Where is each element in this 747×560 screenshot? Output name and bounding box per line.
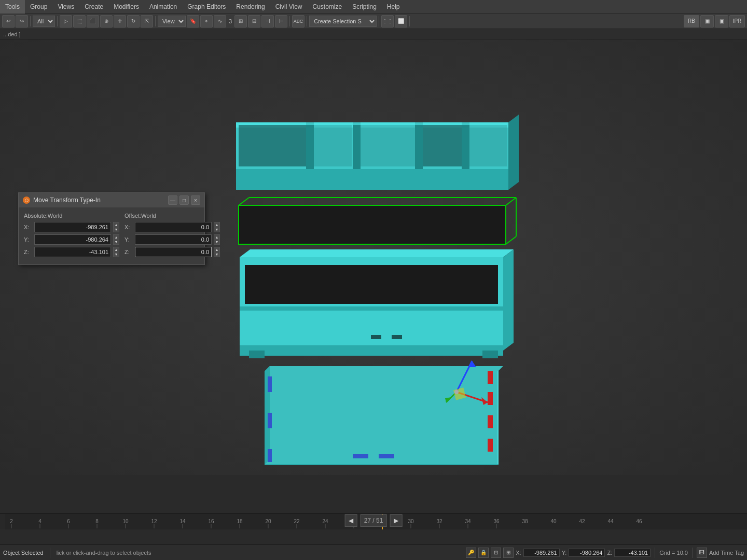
menu-group[interactable]: Group (25, 0, 52, 13)
status-bar: Object Selected lick or click-and-drag t… (0, 544, 747, 560)
rotate-button[interactable]: ↻ (127, 15, 140, 27)
svg-marker-13 (314, 125, 352, 166)
svg-marker-12 (239, 125, 306, 166)
extra-btn2[interactable]: ▣ (715, 15, 728, 27)
svg-marker-15 (423, 125, 462, 166)
menu-tools[interactable]: Tools (0, 0, 25, 13)
z-abs-input[interactable] (34, 247, 111, 257)
x-coord-label: X: (516, 550, 521, 556)
svg-point-55 (454, 390, 459, 394)
playback-controls-overlay: ◀ 27 / 51 ▶ (0, 513, 747, 529)
x-off-row: X: ▲ ▼ (125, 222, 220, 232)
key-frame-button[interactable]: ⊞ (234, 15, 247, 27)
z-off-input[interactable] (135, 247, 212, 257)
move-button[interactable]: ✛ (114, 15, 126, 27)
shelf-top-group (236, 115, 519, 190)
menu-customize[interactable]: Customize (307, 0, 347, 13)
x-off-input[interactable] (135, 222, 212, 232)
z-off-label: Z: (125, 249, 133, 255)
svg-rect-32 (371, 335, 381, 339)
z-abs-spinner[interactable]: ▲ ▼ (113, 247, 119, 257)
extra-btn1[interactable]: ▣ (700, 15, 714, 27)
window-crossing-button[interactable]: ⬛ (87, 15, 99, 27)
dialog-minimize-button[interactable]: — (168, 195, 177, 205)
view-select[interactable]: View (158, 16, 186, 27)
svg-marker-29 (240, 345, 503, 356)
svg-marker-2 (508, 115, 519, 190)
status-top: ...ded ] (0, 29, 747, 39)
mirror-button[interactable]: ⊣ (261, 15, 274, 27)
select-button[interactable]: ▷ (60, 15, 72, 27)
menu-graph-editors[interactable]: Graph Editors (182, 0, 231, 13)
frame-count-label: 3 (227, 18, 233, 24)
redo-button[interactable]: ↪ (16, 15, 28, 27)
layer-select[interactable]: All (33, 16, 55, 27)
menu-create[interactable]: Create (79, 0, 108, 13)
viewport[interactable]: ⬡ Move Transform Type-In — □ × Absolute:… (0, 39, 747, 475)
dialog-close-button[interactable]: × (191, 195, 200, 205)
y-abs-spinner[interactable]: ▲ ▼ (113, 234, 119, 245)
frame-icon-button[interactable]: 🎞 (697, 548, 707, 558)
offset-world-section: Offset:World X: ▲ ▼ Y: ▲ ▼ (125, 213, 220, 259)
select-region-button[interactable]: ⬚ (73, 15, 86, 27)
z-abs-row: Z: ▲ ▼ (24, 247, 119, 257)
y-coord-value[interactable]: -980.264 (569, 549, 605, 557)
svg-rect-44 (488, 415, 493, 428)
y-off-input[interactable] (135, 234, 212, 245)
selection-lock-button[interactable]: ⊡ (491, 548, 501, 558)
x-abs-input[interactable] (34, 222, 111, 232)
curve-editor-button[interactable]: ⋮⋮ (381, 15, 394, 27)
z-off-spinner[interactable]: ▲ ▼ (214, 247, 220, 257)
extra-btn3[interactable]: IPR (729, 15, 745, 27)
svg-marker-6 (462, 125, 469, 169)
named-sel-select[interactable]: Create Selection S (309, 16, 377, 27)
y-off-spinner[interactable]: ▲ ▼ (214, 234, 220, 245)
svg-marker-4 (353, 125, 361, 169)
percent-snap-button[interactable]: ∿ (214, 15, 226, 27)
menu-views[interactable]: Views (52, 0, 79, 13)
svg-rect-40 (353, 454, 368, 458)
menu-help[interactable]: Help (382, 0, 405, 13)
object-status-section: Object Selected (3, 550, 44, 556)
key-filter-button[interactable]: 🔑 (466, 548, 476, 558)
x-abs-spinner[interactable]: ▲ ▼ (113, 222, 119, 232)
svg-marker-26 (503, 249, 514, 351)
absolute-world-section: Absolute:World X: ▲ ▼ Y: ▲ ▼ (24, 213, 119, 259)
angle-snap-button[interactable]: ⌖ (200, 15, 213, 27)
y-abs-row: Y: ▲ ▼ (24, 234, 119, 245)
add-time-tag-label[interactable]: Add Time Tag (709, 550, 744, 556)
align-button[interactable]: ⊢ (275, 15, 287, 27)
z-coord-value[interactable]: -43.101 (614, 549, 651, 557)
next-frame-button[interactable]: ▶ (390, 514, 402, 527)
prev-frame-button[interactable]: ◀ (345, 514, 357, 527)
dialog-restore-button[interactable]: □ (179, 195, 189, 205)
svg-rect-45 (488, 439, 493, 452)
menu-rendering[interactable]: Rendering (231, 0, 270, 13)
y-abs-input[interactable] (34, 234, 111, 245)
x-coord-value[interactable]: -989.261 (523, 549, 560, 557)
frame-counter: 27 / 51 (361, 514, 387, 527)
playback-center: ◀ 27 / 51 ▶ (344, 514, 404, 527)
named-sel-button[interactable]: ABC (292, 15, 305, 27)
snap-button[interactable]: 🔖 (187, 15, 199, 27)
menu-civil-view[interactable]: Civil View (270, 0, 308, 13)
menu-modifiers[interactable]: Modifiers (108, 0, 144, 13)
scale-button[interactable]: ⇱ (141, 15, 153, 27)
rb-button[interactable]: RB (684, 15, 699, 27)
menu-animation[interactable]: Animation (144, 0, 182, 13)
select-all-button[interactable]: ⊕ (100, 15, 113, 27)
x-off-spinner[interactable]: ▲ ▼ (214, 222, 220, 232)
svg-rect-33 (392, 335, 402, 339)
menu-scripting[interactable]: Scripting (347, 0, 382, 13)
snap-3d-button[interactable]: ⊟ (248, 15, 260, 27)
x-abs-row: X: ▲ ▼ (24, 222, 119, 232)
lock-button[interactable]: 🔒 (478, 548, 489, 558)
undo-button[interactable]: ↩ (2, 15, 15, 27)
svg-marker-27 (245, 265, 498, 304)
svg-marker-1 (236, 169, 508, 190)
move-transform-dialog: ⬡ Move Transform Type-In — □ × Absolute:… (18, 192, 205, 265)
viewport-settings-button[interactable]: ⊞ (503, 548, 514, 558)
dialog-titlebar[interactable]: ⬡ Move Transform Type-In — □ × (19, 193, 204, 207)
svg-marker-49 (468, 361, 476, 367)
schematic-button[interactable]: ⬜ (395, 15, 407, 27)
